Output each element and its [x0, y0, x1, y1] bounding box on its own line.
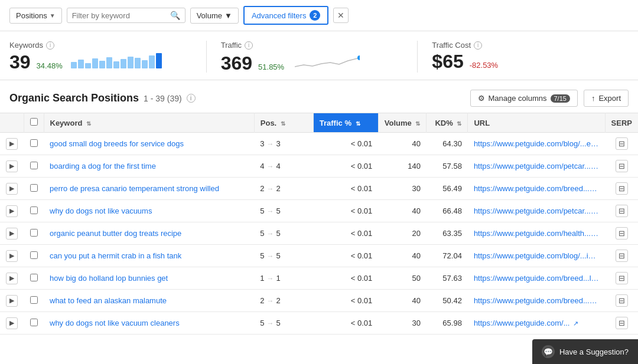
pos-from: 5 [260, 319, 264, 327]
url-cell: https://www.petguide.com/petcar...ime/ ↗ [468, 155, 605, 178]
volume-cell: 50 [378, 267, 427, 290]
section-range: 1 - 39 (39) [144, 94, 182, 103]
url-link[interactable]: https://www.petguide.com/breed...lop/ [474, 274, 602, 283]
keywords-label: Keywords [9, 41, 43, 50]
serp-button[interactable]: ⊟ [616, 272, 628, 284]
serp-button[interactable]: ⊟ [616, 294, 628, 307]
pos-cell: 2 → 2 [254, 178, 313, 200]
pos-from: 5 [260, 206, 264, 215]
serp-button[interactable]: ⊟ [616, 137, 628, 150]
volume-cell: 140 [378, 155, 427, 178]
serp-button[interactable]: ⊟ [616, 227, 628, 240]
serp-cell: ⊟ [605, 312, 638, 335]
traffic-cost-label: Traffic Cost [432, 41, 471, 50]
expand-button[interactable]: ▶ [6, 317, 18, 329]
pos-cell: 2 → 2 [254, 290, 313, 312]
stats-row: Keywords i 39 34.48% Traffic i 369 51.85… [0, 31, 638, 80]
col-pos-header[interactable]: Pos. ⇅ [254, 113, 313, 133]
url-link[interactable]: https://www.petguide.com/breed...rio/ [474, 184, 600, 193]
url-link[interactable]: https://www.petguide.com/petcar...ums/ [474, 206, 605, 215]
row-checkbox[interactable] [30, 251, 38, 259]
url-link[interactable]: https://www.petguide.com/blog/...eds/ [474, 139, 601, 148]
section-info-icon[interactable]: i [187, 94, 196, 103]
volume-cell: 40 [378, 200, 427, 222]
row-checkbox[interactable] [30, 139, 38, 147]
keyword-link[interactable]: boarding a dog for the first time [50, 162, 156, 170]
url-link[interactable]: https://www.petguide.com/blog/...ium/ [474, 251, 601, 260]
row-checkbox[interactable] [30, 229, 38, 237]
col-volume-header[interactable]: Volume ⇅ [378, 113, 427, 133]
keywords-info-icon[interactable]: i [46, 41, 54, 50]
table-row: ▶ why do dogs not like vacuums 5 → 5 < 0… [0, 200, 638, 222]
table-row: ▶ how big do holland lop bunnies get 1 →… [0, 267, 638, 290]
bar-item [156, 53, 162, 68]
serp-button[interactable]: ⊟ [616, 205, 628, 217]
arrow-icon: → [267, 274, 274, 283]
close-filters-button[interactable]: ✕ [333, 8, 349, 23]
advanced-filters-button[interactable]: Advanced filters 2 [243, 6, 329, 25]
row-checkbox[interactable] [30, 184, 38, 192]
expand-button[interactable]: ▶ [6, 250, 18, 262]
table-row: ▶ why do dogs not like vacuum cleaners 5… [0, 312, 638, 335]
serp-button[interactable]: ⊟ [616, 250, 628, 262]
col-kd-header[interactable]: KD% ⇅ [427, 113, 468, 133]
kd-sort-icon: ⇅ [457, 120, 461, 127]
bar-item [149, 55, 155, 68]
col-traffic-header[interactable]: Traffic % ⇅ [313, 113, 378, 133]
expand-button[interactable]: ▶ [6, 228, 18, 240]
export-label: Export [598, 94, 621, 103]
expand-button[interactable]: ▶ [6, 205, 18, 217]
keyword-link[interactable]: how big do holland lop bunnies get [50, 274, 168, 283]
expand-button[interactable]: ▶ [6, 273, 18, 284]
url-link[interactable]: https://www.petguide.com/petcar...ime/ [474, 162, 605, 170]
keyword-link[interactable]: why do dogs not like vacuums [50, 206, 152, 215]
row-checkbox[interactable] [30, 162, 38, 169]
row-checkbox[interactable] [30, 296, 38, 304]
url-link[interactable]: https://www.petguide.com/breed...mute [474, 296, 605, 305]
url-link[interactable]: https://www.petguide.com/health...cipe [474, 229, 605, 238]
keyword-cell: boarding a dog for the first time [44, 155, 254, 178]
pos-cell: 3 → 3 [254, 133, 313, 155]
expand-button[interactable]: ▶ [6, 295, 18, 307]
search-button[interactable]: 🔍 [170, 11, 180, 20]
traffic-info-icon[interactable]: i [245, 41, 253, 50]
volume-cell: 40 [378, 133, 427, 155]
bar-item [113, 61, 119, 68]
serp-button[interactable]: ⊟ [616, 182, 628, 195]
pos-cell: 5 → 5 [254, 312, 313, 335]
positions-dropdown[interactable]: Positions ▼ [9, 8, 62, 24]
keyword-filter-input[interactable] [72, 11, 167, 20]
keyword-link[interactable]: what to feed an alaskan malamute [50, 296, 167, 305]
expand-button[interactable]: ▶ [6, 160, 18, 172]
pos-cell: 5 → 5 [254, 200, 313, 222]
keyword-link[interactable]: good small dog breeds for service dogs [50, 139, 184, 148]
expand-button[interactable]: ▶ [6, 183, 18, 195]
row-checkbox[interactable] [30, 206, 38, 214]
section-title: Organic Search Positions 1 - 39 (39) i [9, 92, 196, 104]
serp-button[interactable]: ⊟ [616, 160, 628, 172]
expand-button[interactable]: ▶ [6, 138, 18, 150]
keyword-link[interactable]: organic peanut butter dog treats recipe [50, 229, 181, 238]
checkbox-cell [24, 312, 44, 335]
export-button[interactable]: ↑ Export [584, 90, 629, 107]
volume-dropdown[interactable]: Volume ▼ [190, 8, 239, 24]
manage-columns-button[interactable]: ⚙ Manage columns 7/15 [470, 90, 578, 107]
keyword-link[interactable]: can you put a hermit crab in a fish tank [50, 251, 181, 260]
chevron-down-icon-2: ▼ [224, 11, 232, 20]
row-checkbox[interactable] [30, 274, 38, 281]
url-cell: https://www.petguide.com/health...cipe ↗ [468, 222, 605, 245]
checkbox-cell [24, 178, 44, 200]
select-all-checkbox[interactable] [30, 118, 38, 126]
traffic-cost-info-icon[interactable]: i [474, 41, 482, 50]
keyword-link[interactable]: why do dogs not like vacuum cleaners [50, 319, 180, 327]
col-keyword-header[interactable]: Keyword ⇅ [44, 113, 254, 133]
manage-columns-label: Manage columns [489, 94, 547, 103]
serp-button[interactable]: ⊟ [616, 317, 628, 329]
traffic-sort-icon: ⇅ [356, 120, 360, 127]
traffic-label: Traffic [221, 41, 242, 50]
serp-cell: ⊟ [605, 155, 638, 178]
url-link[interactable]: https://www.petguide.com/... [474, 319, 570, 327]
row-checkbox[interactable] [30, 319, 38, 326]
serp-cell: ⊟ [605, 133, 638, 155]
keyword-link[interactable]: perro de presa canario temperament stron… [50, 184, 219, 193]
